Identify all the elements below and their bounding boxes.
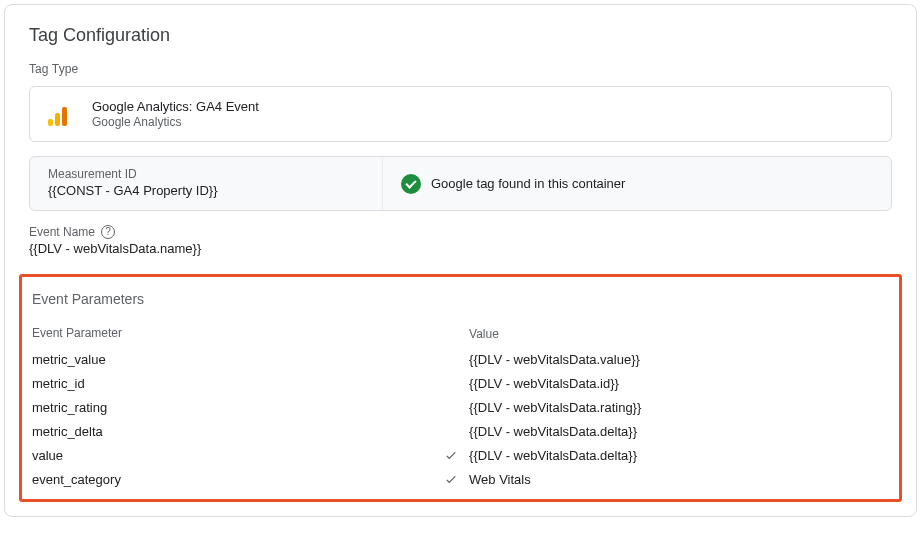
event-parameter-row: metric_value{{DLV - webVitalsData.value}… (32, 347, 889, 371)
checkmark-icon (433, 448, 469, 462)
event-parameter-name: metric_rating (32, 400, 433, 415)
google-tag-status: Google tag found in this container (383, 157, 891, 210)
event-parameter-name: event_category (32, 472, 433, 487)
event-parameter-row: metric_rating{{DLV - webVitalsData.ratin… (32, 395, 889, 419)
event-parameter-name: metric_delta (32, 424, 433, 439)
tag-type-label: Tag Type (5, 58, 916, 82)
event-parameter-value: Web Vitals (469, 472, 889, 487)
event-parameter-value: {{DLV - webVitalsData.delta}} (469, 424, 889, 439)
event-parameter-value: {{DLV - webVitalsData.rating}} (469, 400, 889, 415)
event-parameter-row: metric_delta{{DLV - webVitalsData.delta}… (32, 419, 889, 443)
event-parameters-header: Event Parameter Value (32, 325, 889, 341)
event-parameter-row: value{{DLV - webVitalsData.delta}} (32, 443, 889, 467)
event-parameter-value: {{DLV - webVitalsData.value}} (469, 352, 889, 367)
measurement-id-label: Measurement ID (48, 167, 364, 181)
event-parameter-value: {{DLV - webVitalsData.delta}} (469, 448, 889, 463)
event-parameters-box: Event Parameters Event Parameter Value m… (19, 274, 902, 502)
header-value: Value (469, 327, 499, 341)
tag-type-name: Google Analytics: GA4 Event (92, 99, 259, 114)
event-parameter-row: metric_id{{DLV - webVitalsData.id}} (32, 371, 889, 395)
measurement-id-value: {{CONST - GA4 Property ID}} (48, 183, 364, 198)
measurement-id-block: Measurement ID {{CONST - GA4 Property ID… (30, 157, 383, 210)
analytics-icon (48, 100, 76, 128)
event-parameter-name: value (32, 448, 433, 463)
event-parameters-rows: metric_value{{DLV - webVitalsData.value}… (32, 347, 889, 491)
event-name-value: {{DLV - webVitalsData.name}} (29, 241, 892, 256)
event-name-block: Event Name ? {{DLV - webVitalsData.name}… (5, 225, 916, 274)
event-name-label: Event Name (29, 225, 95, 239)
tag-configuration-panel: Tag Configuration Tag Type Google Analyt… (4, 4, 917, 517)
tag-type-card[interactable]: Google Analytics: GA4 Event Google Analy… (29, 86, 892, 142)
check-circle-icon (401, 174, 421, 194)
header-event-parameter: Event Parameter (32, 326, 122, 340)
event-parameters-title: Event Parameters (32, 289, 889, 307)
checkmark-icon (433, 472, 469, 486)
event-parameter-name: metric_value (32, 352, 433, 367)
tag-type-vendor: Google Analytics (92, 115, 259, 129)
panel-title: Tag Configuration (5, 25, 916, 58)
event-parameter-name: metric_id (32, 376, 433, 391)
event-parameter-row: event_categoryWeb Vitals (32, 467, 889, 491)
event-parameter-value: {{DLV - webVitalsData.id}} (469, 376, 889, 391)
tag-type-texts: Google Analytics: GA4 Event Google Analy… (92, 99, 259, 129)
measurement-card: Measurement ID {{CONST - GA4 Property ID… (29, 156, 892, 211)
help-icon[interactable]: ? (101, 225, 115, 239)
status-text: Google tag found in this container (431, 176, 625, 191)
